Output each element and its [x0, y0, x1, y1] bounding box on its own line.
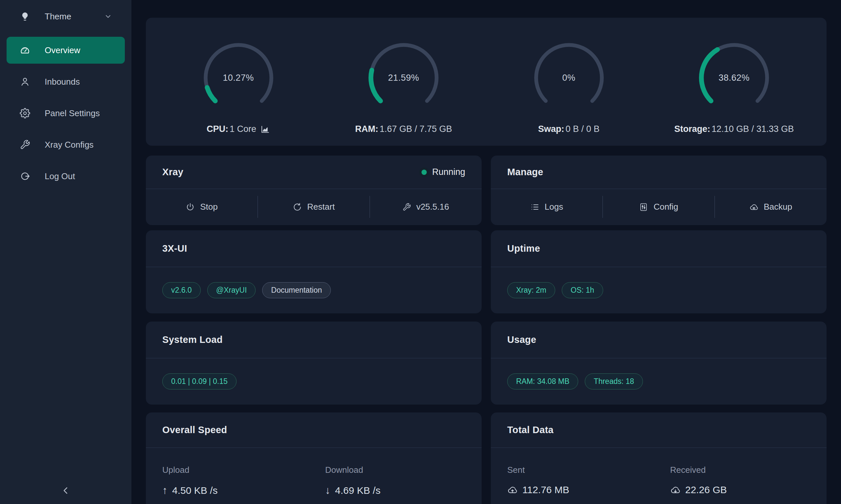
sidebar-item-label: Xray Configs — [45, 140, 93, 150]
uptime-os-badge: OS: 1h — [562, 282, 603, 298]
upload-stat: Upload ↑ 4.50 KB /s — [162, 465, 325, 497]
storage-percent: 38.62% — [693, 37, 775, 119]
xui-docs-badge[interactable]: Documentation — [262, 282, 331, 298]
xray-card: Xray Running Stop — [146, 156, 482, 225]
cpu-gauge: 10.27% CPU:1 Core — [156, 18, 321, 146]
upload-value: 4.50 KB /s — [172, 485, 218, 496]
storage-gauge: 38.62% Storage:12.10 GB / 31.33 GB — [651, 18, 817, 146]
xray-card-title: Xray — [162, 167, 183, 178]
sent-value: 112.76 MB — [522, 484, 569, 496]
uptime-card: Uptime Xray: 2m OS: 1h — [491, 230, 826, 313]
total-data-card: Total Data Sent 112.76 MB — [491, 412, 826, 504]
overall-speed-card-title: Overall Speed — [162, 425, 227, 435]
usage-ram-badge: RAM: 34.08 MB — [507, 373, 578, 390]
cloud-upload-icon — [507, 485, 518, 495]
restart-button[interactable]: Restart — [258, 189, 370, 225]
config-button[interactable]: Config — [603, 189, 715, 225]
xui-card: 3X-UI v2.6.0 @XrayUI Documentation — [146, 230, 482, 313]
usage-threads-badge: Threads: 18 — [585, 373, 643, 390]
chevron-down-icon — [104, 12, 113, 21]
cloud-download-icon — [670, 485, 681, 495]
swap-percent: 0% — [528, 37, 610, 119]
download-label: Download — [325, 465, 482, 475]
bulb-icon — [20, 11, 30, 22]
sidebar-item-overview[interactable]: Overview — [6, 37, 125, 64]
sidebar-item-panel-settings[interactable]: Panel Settings — [6, 100, 125, 127]
swap-label: Swap:0 B / 0 B — [538, 124, 600, 134]
upload-label: Upload — [162, 465, 325, 475]
logs-button[interactable]: Logs — [491, 189, 602, 225]
wrench-icon — [402, 203, 411, 211]
refresh-icon — [293, 202, 302, 212]
wrench-icon — [20, 140, 30, 150]
system-load-card: System Load 0.01 | 0.09 | 0.15 — [146, 322, 482, 404]
download-stat: Download ↓ 4.69 KB /s — [325, 465, 482, 497]
sidebar-nav: Overview Inbounds Panel Settings — [0, 33, 132, 190]
download-value: 4.69 KB /s — [335, 485, 380, 496]
sidebar-item-label: Panel Settings — [45, 108, 100, 119]
load-average-badge: 0.01 | 0.09 | 0.15 — [162, 373, 237, 390]
uptime-card-title: Uptime — [507, 243, 540, 254]
cpu-label: CPU:1 Core — [207, 124, 270, 134]
logout-icon — [20, 171, 30, 181]
xray-version-button[interactable]: v25.5.16 — [370, 189, 482, 225]
manage-card: Manage Logs — [491, 156, 826, 225]
usage-card-title: Usage — [507, 335, 536, 345]
system-gauges-card: 10.27% CPU:1 Core 21.59% — [146, 18, 826, 146]
xui-version-badge[interactable]: v2.6.0 — [162, 282, 201, 298]
list-icon — [530, 202, 539, 212]
sidebar-item-logout[interactable]: Log Out — [6, 163, 125, 190]
area-chart-icon[interactable] — [260, 124, 270, 134]
sent-stat: Sent 112.76 MB — [507, 465, 670, 496]
sidebar-collapse-button[interactable] — [0, 485, 132, 496]
dashboard-gauge-icon — [20, 45, 30, 55]
xui-telegram-badge[interactable]: @XrayUI — [207, 282, 256, 298]
xui-card-title: 3X-UI — [162, 243, 187, 254]
backup-button[interactable]: Backup — [715, 189, 826, 225]
arrow-down-icon: ↓ — [325, 484, 330, 497]
sliders-icon — [639, 202, 648, 212]
sidebar-item-inbounds[interactable]: Inbounds — [6, 68, 125, 95]
received-value: 22.26 GB — [685, 484, 727, 496]
system-load-card-title: System Load — [162, 335, 223, 345]
xray-status-badge: Running — [422, 167, 465, 177]
uptime-xray-badge: Xray: 2m — [507, 282, 555, 298]
ram-percent: 21.59% — [363, 37, 445, 119]
stop-button[interactable]: Stop — [146, 189, 258, 225]
received-stat: Received 22.26 GB — [670, 465, 826, 496]
sidebar-item-label: Log Out — [45, 171, 75, 181]
swap-gauge: 0% Swap:0 B / 0 B — [486, 18, 651, 146]
cpu-percent: 10.27% — [198, 37, 279, 119]
sidebar-item-label: Overview — [45, 45, 80, 55]
cloud-backup-icon — [749, 202, 758, 212]
storage-label: Storage:12.10 GB / 31.33 GB — [674, 124, 794, 134]
sidebar-item-label: Inbounds — [45, 77, 80, 87]
ram-label: RAM:1.67 GB / 7.75 GB — [355, 124, 452, 134]
sidebar-item-xray-configs[interactable]: Xray Configs — [6, 131, 125, 158]
overall-speed-card: Overall Speed Upload ↑ 4.50 KB /s Downlo… — [146, 412, 482, 504]
total-data-card-title: Total Data — [507, 425, 553, 435]
gear-icon — [20, 108, 30, 119]
manage-card-title: Manage — [507, 167, 543, 178]
main-content: 10.27% CPU:1 Core 21.59% — [132, 0, 841, 504]
received-label: Received — [670, 465, 826, 475]
sent-label: Sent — [507, 465, 670, 475]
arrow-up-icon: ↑ — [162, 484, 168, 497]
user-icon — [20, 76, 30, 87]
theme-label: Theme — [45, 12, 71, 22]
sidebar: Theme Overview Inbounds — [0, 0, 132, 504]
status-dot-icon — [422, 169, 427, 175]
ram-gauge: 21.59% RAM:1.67 GB / 7.75 GB — [321, 18, 486, 146]
power-icon — [186, 202, 195, 212]
theme-selector[interactable]: Theme — [0, 0, 132, 33]
usage-card: Usage RAM: 34.08 MB Threads: 18 — [491, 322, 826, 404]
chevron-left-icon — [60, 485, 71, 496]
